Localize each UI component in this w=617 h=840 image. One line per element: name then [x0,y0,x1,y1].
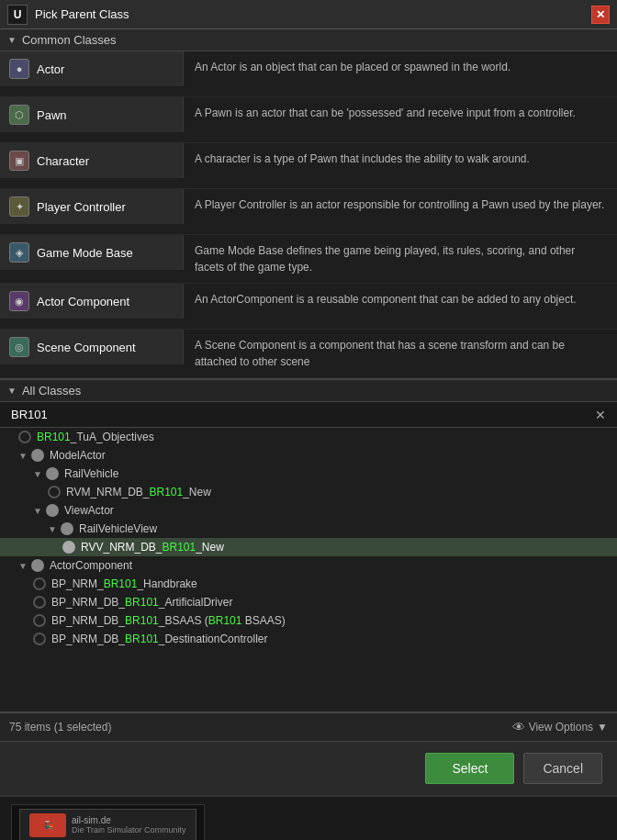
game-mode-desc: Game Mode Base defines the game being pl… [184,235,617,283]
radio-button[interactable] [33,596,46,609]
radio-button[interactable] [33,633,46,645]
player-controller-button[interactable]: ✦ Player Controller [0,189,184,224]
tree-dot [46,504,59,517]
actor-component-icon: ◉ [9,291,29,311]
buttons-row: Select Cancel [0,742,617,796]
search-clear-button[interactable]: ✕ [591,408,610,422]
radio-button[interactable] [48,486,61,498]
footer-logo-text: ail-sim.de [72,815,186,825]
tree-dot [61,522,73,535]
collapse-arrow-icon[interactable]: ▼ [33,469,44,479]
status-bar: 75 items (1 selected) 👁 View Options ▼ [0,712,617,742]
eye-icon: 👁 [512,720,525,734]
collapse-arrow-icon[interactable]: ▼ [48,524,59,534]
actor-component-label: Actor Component [37,295,129,308]
window-title: Pick Parent Class [35,7,129,21]
pawn-icon: ⬡ [9,105,29,125]
class-row-actor-component[interactable]: ◉ Actor Component An ActorComponent is a… [0,284,617,330]
search-bar: ✕ [0,402,617,428]
pawn-desc: A Pawn is an actor that can be 'possesse… [184,97,617,129]
tree-list[interactable]: BR101_TuA_Objectives ▼ ModelActor ▼ Rail… [0,428,617,712]
item-label: BR101_TuA_Objectives [37,431,154,443]
class-row-pawn[interactable]: ⬡ Pawn A Pawn is an actor that can be 'p… [0,97,617,143]
item-label: RVV_NRM_DB_BR101_New [81,541,224,554]
item-label: ViewActor [64,504,114,517]
scene-component-label: Scene Component [37,341,136,354]
actor-component-button[interactable]: ◉ Actor Component [0,284,184,319]
actor-button[interactable]: ● Actor [0,51,184,86]
title-bar-left: U Pick Parent Class [7,5,129,25]
select-button[interactable]: Select [425,753,514,784]
item-label: BP_NRM_DB_BR101_ArtificialDriver [51,596,232,609]
tree-dot [31,449,44,462]
class-row-actor[interactable]: ● Actor An Actor is an object that can b… [0,51,617,97]
game-mode-icon: ◈ [9,242,29,263]
actor-label: Actor [37,62,64,76]
radio-button[interactable] [62,541,75,554]
view-options-chevron-icon: ▼ [597,721,608,734]
tree-dot [31,559,44,572]
item-label: BP_NRM_BR101_Handbrake [51,577,197,590]
player-controller-desc: A Player Controller is an actor responsi… [184,189,617,220]
view-options-button[interactable]: 👁 View Options ▼ [512,720,608,734]
list-item[interactable]: ▼ RailVehicle [0,465,617,483]
game-mode-button[interactable]: ◈ Game Mode Base [0,235,184,270]
item-label: RailVehicle [64,467,118,480]
class-row-game-mode[interactable]: ◈ Game Mode Base Game Mode Base defines … [0,235,617,284]
list-item[interactable]: BP_NRM_DB_BR101_BSAAS (BR101 BSAAS) [0,611,617,630]
player-controller-icon: ✦ [9,196,29,217]
collapse-arrow-icon[interactable]: ▼ [18,451,29,461]
actor-desc: An Actor is an object that can be placed… [184,51,617,83]
common-classes-header[interactable]: ▼ Common Classes [0,29,617,51]
scene-component-button[interactable]: ◎ Scene Component [0,330,184,364]
view-options-label: View Options [529,721,593,734]
item-label: ModelActor [50,449,106,462]
status-text: 75 items (1 selected) [9,721,111,734]
radio-button[interactable] [33,614,46,627]
collapse-arrow-icon[interactable]: ▼ [33,506,44,516]
footer-logo: 🚂 ail-sim.de Die Train Simulator Communi… [11,804,205,841]
list-item[interactable]: ▼ ViewActor [0,501,617,520]
pawn-button[interactable]: ⬡ Pawn [0,97,184,132]
character-desc: A character is a type of Pawn that inclu… [184,143,617,174]
class-row-scene-component[interactable]: ◎ Scene Component A Scene Component is a… [0,330,617,378]
player-controller-label: Player Controller [37,200,126,214]
tree-dot [46,467,59,480]
all-classes-header[interactable]: ▼ All Classes [0,378,617,402]
actor-icon: ● [9,59,29,79]
common-classes-list: ● Actor An Actor is an object that can b… [0,51,617,378]
class-row-character[interactable]: ▣ Character A character is a type of Paw… [0,143,617,189]
list-item[interactable]: BP_NRM_BR101_Handbrake [0,575,617,593]
list-item[interactable]: BP_NRM_DB_BR101_DestinationController [0,630,617,648]
common-classes-arrow: ▼ [7,35,17,45]
list-item[interactable]: ▼ ModelActor [0,446,617,465]
all-classes-arrow: ▼ [7,386,17,396]
radio-button[interactable] [18,431,31,443]
list-item[interactable]: ▼ RailVehicleView [0,520,617,538]
list-item[interactable]: RVM_NRM_DB_BR101_New [0,483,617,501]
item-label: RailVehicleView [79,522,157,535]
pawn-label: Pawn [37,108,67,122]
list-item[interactable]: ▼ ActorComponent [0,556,617,575]
all-classes-title: All Classes [22,384,81,398]
radio-button[interactable] [33,577,46,590]
search-input[interactable] [7,406,588,423]
collapse-arrow-icon[interactable]: ▼ [18,561,29,571]
character-button[interactable]: ▣ Character [0,143,184,178]
game-mode-label: Game Mode Base [37,246,133,260]
list-item[interactable]: BR101_TuA_Objectives [0,428,617,446]
actor-component-desc: An ActorComponent is a reusable componen… [184,284,617,315]
scene-component-desc: A Scene Component is a component that ha… [184,330,617,377]
character-icon: ▣ [9,151,29,171]
class-row-player-controller[interactable]: ✦ Player Controller A Player Controller … [0,189,617,235]
ue-logo: U [7,5,28,25]
common-classes-title: Common Classes [22,33,117,47]
footer-logo-sub: Die Train Simulator Community [72,825,186,834]
item-label: ActorComponent [50,559,132,572]
close-button[interactable]: ✕ [591,6,610,24]
list-item-selected[interactable]: RVV_NRM_DB_BR101_New [0,538,617,556]
item-label: RVM_NRM_DB_BR101_New [66,486,211,498]
cancel-button[interactable]: Cancel [523,753,602,784]
item-label: BP_NRM_DB_BR101_DestinationController [51,633,267,645]
list-item[interactable]: BP_NRM_DB_BR101_ArtificialDriver [0,593,617,611]
